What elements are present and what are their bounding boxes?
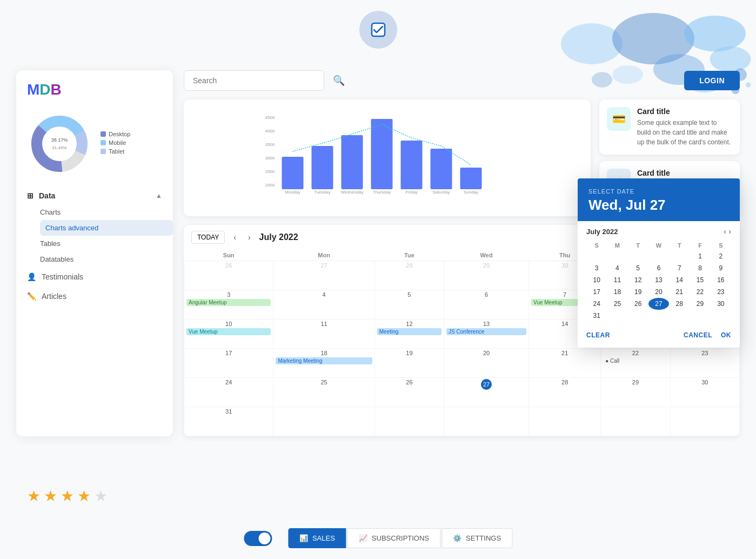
- datepicker-header: SELECT DATE Wed, Jul 27: [578, 178, 740, 221]
- cal-month-title: July 2022: [259, 232, 630, 242]
- sidebar-item-articles[interactable]: ✏️ Articles: [16, 287, 173, 306]
- chevron-up-icon: ▲: [156, 192, 162, 199]
- legend-tablet: Tablet: [109, 148, 124, 155]
- payment-icon: 💳: [612, 112, 626, 125]
- datepicker-ok-cancel: CANCEL OK: [684, 331, 731, 339]
- svg-text:3000: 3000: [265, 156, 275, 161]
- legend-desktop: Desktop: [109, 131, 130, 137]
- svg-rect-26: [342, 135, 363, 189]
- logo-d: D: [39, 81, 50, 98]
- datepicker-select-label: SELECT DATE: [588, 188, 729, 195]
- datepicker-month-nav: July 2022 ‹ ›: [586, 227, 731, 236]
- svg-text:31.45%: 31.45%: [52, 145, 66, 150]
- dp-day-t2: T: [669, 241, 690, 250]
- cal-row: 24 25 26 27 28 29 30: [184, 378, 740, 407]
- star-1[interactable]: ★: [27, 487, 41, 505]
- cal-next-btn[interactable]: ›: [245, 232, 254, 243]
- sidebar-item-testimonials[interactable]: 👤 Testimonials: [16, 267, 173, 287]
- mdb-logo: MDB: [16, 81, 173, 98]
- donut-chart-area: 38.17% 31.45% Desktop Mobile Tablet: [16, 101, 173, 182]
- datepicker-ok-btn[interactable]: OK: [721, 331, 731, 339]
- svg-text:Tuesday: Tuesday: [314, 190, 330, 195]
- search-input[interactable]: [184, 70, 324, 91]
- svg-text:Wednesday: Wednesday: [340, 190, 363, 195]
- pencil-icon: ✏️: [27, 292, 36, 301]
- tab-settings[interactable]: ⚙️ SETTINGS: [441, 528, 512, 548]
- search-button[interactable]: 🔍: [333, 75, 345, 86]
- bottom-tabs: 📊 SALES 📈 SUBSCRIPTIONS ⚙️ SETTINGS: [288, 528, 512, 548]
- tab-subscriptions[interactable]: 📈 SUBSCRIPTIONS: [347, 528, 440, 548]
- svg-text:Sunday: Sunday: [464, 190, 478, 195]
- bottom-area: 📊 SALES 📈 SUBSCRIPTIONS ⚙️ SETTINGS: [244, 528, 512, 548]
- settings-icon: ⚙️: [453, 534, 461, 542]
- svg-rect-29: [431, 149, 452, 189]
- svg-text:Saturday: Saturday: [432, 190, 450, 195]
- donut-chart: 38.17% 31.45%: [27, 111, 92, 176]
- svg-text:3500: 3500: [265, 142, 275, 147]
- search-bar: 🔍 LOGIN: [184, 70, 740, 91]
- star-rating: ★ ★ ★ ★ ★: [27, 487, 108, 505]
- logo-b: B: [51, 81, 62, 98]
- sidebar-item-charts[interactable]: Charts: [40, 204, 173, 220]
- svg-point-2: [684, 16, 746, 52]
- star-4[interactable]: ★: [77, 487, 91, 505]
- svg-text:4500: 4500: [265, 115, 275, 120]
- sidebar-item-datatables[interactable]: Datatables: [40, 251, 173, 267]
- cal-day-sun: Sun: [184, 250, 273, 261]
- cal-prev-btn[interactable]: ‹: [230, 232, 239, 243]
- star-3[interactable]: ★: [61, 487, 74, 505]
- graph-icon: 📈: [359, 534, 367, 542]
- dp-row: 31: [586, 310, 731, 322]
- sidebar-section-data[interactable]: ⊞ Data ▲: [16, 187, 173, 204]
- svg-rect-25: [312, 146, 333, 189]
- donut-legend: Desktop Mobile Tablet: [101, 131, 130, 157]
- dp-day-t1: T: [628, 241, 648, 250]
- datepicker-nav-buttons: ‹ ›: [724, 227, 731, 236]
- legend-mobile: Mobile: [109, 139, 126, 146]
- sidebar-nav: ⊞ Data ▲ Charts Charts advanced Tables D…: [16, 187, 173, 306]
- svg-point-4: [710, 46, 751, 72]
- datepicker-body: July 2022 ‹ › S M T W T F S: [578, 221, 740, 348]
- datepicker-cancel-btn[interactable]: CANCEL: [684, 331, 712, 339]
- svg-rect-27: [371, 119, 393, 189]
- dp-row: 24 25 26 27 28 29 30: [586, 298, 731, 310]
- sidebar-item-charts-advanced[interactable]: Charts advanced: [40, 220, 173, 236]
- cal-day-mon: Mon: [273, 250, 374, 261]
- dp-row: 1 2: [586, 250, 731, 262]
- dp-day-w: W: [648, 241, 669, 250]
- svg-text:2500: 2500: [265, 169, 275, 174]
- info-card-2-title: Card title: [637, 169, 732, 177]
- svg-point-9: [746, 82, 751, 88]
- info-card-1: 💳 Card title Some quick example text to …: [599, 99, 740, 155]
- dp-row: 17 18 19 20 21 22 23: [586, 286, 731, 298]
- tab-sales[interactable]: 📊 SALES: [288, 528, 346, 548]
- top-checkbox-icon: [359, 11, 397, 49]
- star-2[interactable]: ★: [44, 487, 57, 505]
- info-card-1-body: Card title Some quick example text to bu…: [637, 107, 732, 147]
- svg-text:Thursday: Thursday: [373, 190, 391, 195]
- datepicker-prev-btn[interactable]: ‹: [724, 227, 726, 236]
- cal-row: 31: [184, 407, 740, 436]
- datepicker-clear-btn[interactable]: CLEAR: [586, 331, 610, 339]
- person-icon: 👤: [27, 272, 36, 281]
- chart-icon: 📊: [299, 534, 308, 542]
- dp-day-s2: S: [711, 241, 731, 250]
- datepicker-next-btn[interactable]: ›: [728, 227, 731, 236]
- sidebar-item-tables[interactable]: Tables: [40, 236, 173, 251]
- toggle-switch[interactable]: [244, 531, 272, 546]
- logo-m: M: [27, 81, 39, 98]
- login-button[interactable]: LOGIN: [684, 71, 740, 90]
- datepicker-selected-date: Wed, Jul 27: [588, 197, 729, 214]
- bar-chart-svg: 4500 4000 3500 3000 2500 2000: [192, 108, 582, 195]
- info-card-1-title: Card title: [637, 107, 732, 116]
- sidebar-sub-items-data: Charts Charts advanced Tables Datatables: [16, 204, 173, 267]
- cal-today-btn[interactable]: TODAY: [191, 231, 225, 244]
- dp-day-m: M: [607, 241, 627, 250]
- svg-text:2000: 2000: [265, 183, 275, 188]
- cal-day-wed: Wed: [444, 250, 529, 261]
- bar-chart-card: 4500 4000 3500 3000 2500 2000: [184, 99, 591, 216]
- dp-row: 3 4 5 6 7 8 9: [586, 262, 731, 274]
- dp-day-f: F: [690, 241, 710, 250]
- star-5[interactable]: ★: [94, 487, 108, 505]
- svg-text:4000: 4000: [265, 129, 275, 134]
